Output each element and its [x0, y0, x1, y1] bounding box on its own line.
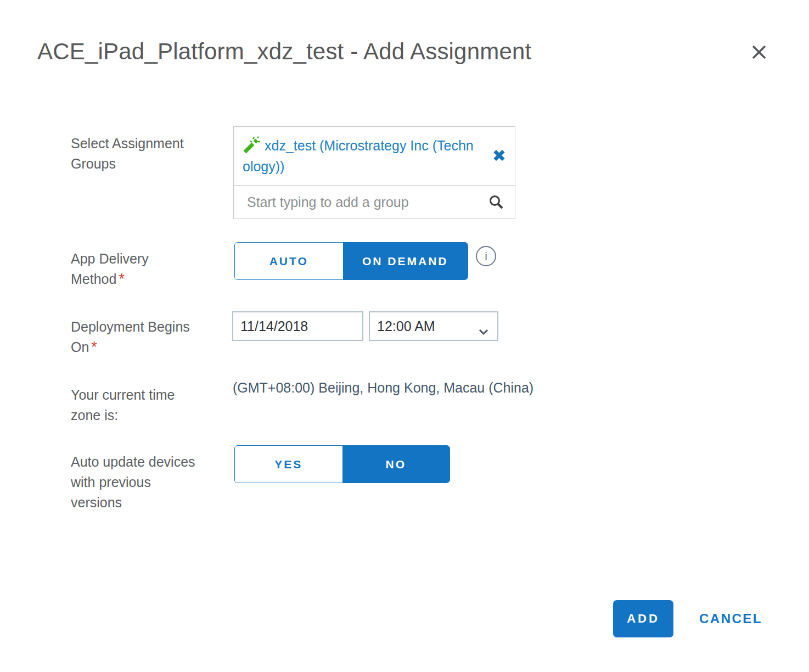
- timezone-label: Your current time zone is:: [71, 385, 197, 425]
- search-icon[interactable]: [488, 194, 504, 210]
- selected-group-chip: xdz_test (Microstrategy Inc (Technology)…: [234, 127, 515, 186]
- close-button[interactable]: [746, 41, 772, 66]
- deployment-label: Deployment Begins On*: [71, 317, 197, 357]
- magic-wand-icon: [243, 136, 260, 154]
- auto-update-toggle: YES NO: [234, 445, 450, 483]
- selected-group-label: xdz_test (Microstrategy Inc (Technology)…: [243, 138, 474, 174]
- app-delivery-label-text: App Delivery Method: [71, 251, 149, 287]
- timezone-value: (GMT+08:00) Beijing, Hong Kong, Macau (C…: [233, 380, 533, 396]
- app-delivery-toggle: AUTO ON DEMAND: [234, 242, 468, 280]
- app-delivery-option-auto[interactable]: AUTO: [235, 243, 343, 279]
- assignment-groups-label: Select Assignment Groups: [71, 133, 197, 174]
- assignment-groups-box: xdz_test (Microstrategy Inc (Technology)…: [233, 126, 515, 219]
- dialog-title: ACE_iPad_Platform_xdz_test - Add Assignm…: [37, 38, 531, 65]
- deployment-time-value: 12:00 AM: [377, 318, 435, 334]
- group-search-input[interactable]: [234, 186, 515, 219]
- app-delivery-option-on-demand[interactable]: ON DEMAND: [343, 243, 468, 279]
- add-button[interactable]: ADD: [613, 600, 673, 637]
- chevron-down-icon: [479, 323, 488, 329]
- deployment-date-input[interactable]: [232, 311, 363, 341]
- add-assignment-dialog: ACE_iPad_Platform_xdz_test - Add Assignm…: [0, 0, 809, 672]
- remove-group-icon[interactable]: ✖: [492, 148, 506, 164]
- selected-group-text: xdz_test (Microstrategy Inc (Technology)…: [243, 138, 474, 174]
- group-search-row: [234, 186, 515, 219]
- deployment-required-mark: *: [91, 339, 97, 355]
- app-delivery-required-mark: *: [119, 271, 125, 287]
- deployment-label-text: Deployment Begins On: [71, 319, 190, 355]
- auto-update-option-no[interactable]: NO: [342, 446, 450, 483]
- app-delivery-label: App Delivery Method*: [71, 249, 197, 289]
- auto-update-label: Auto update devices with previous versio…: [71, 452, 197, 513]
- auto-update-option-yes[interactable]: YES: [235, 446, 342, 483]
- deployment-time-select[interactable]: 12:00 AM: [369, 311, 498, 341]
- close-icon: [749, 42, 769, 64]
- cancel-button[interactable]: CANCEL: [699, 611, 762, 626]
- info-icon[interactable]: i: [476, 246, 496, 266]
